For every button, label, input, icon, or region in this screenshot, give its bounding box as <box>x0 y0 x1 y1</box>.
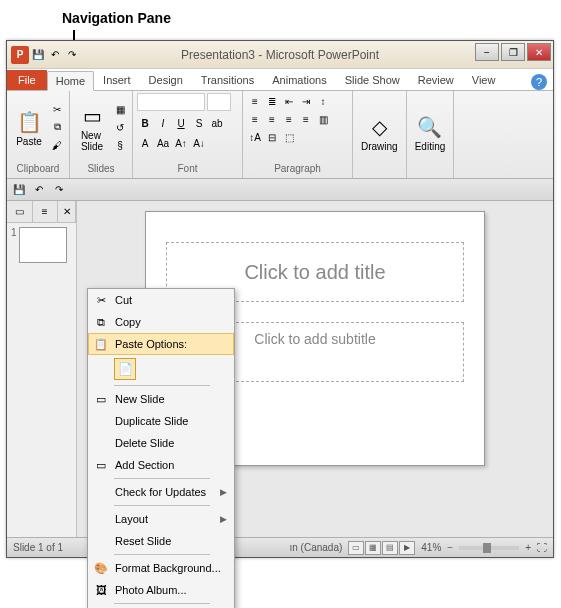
section-icon[interactable]: § <box>112 137 128 153</box>
paste-keep-formatting-icon[interactable]: 📄 <box>114 358 136 380</box>
menu-separator <box>114 505 210 506</box>
font-size-input[interactable] <box>207 93 231 111</box>
menu-new-slide[interactable]: ▭ New Slide <box>88 388 234 410</box>
align-left-icon[interactable]: ≡ <box>247 111 263 127</box>
paragraph-label: Paragraph <box>247 161 348 176</box>
paste-icon: 📋 <box>15 108 43 136</box>
menu-check-updates[interactable]: Check for Updates ▶ <box>88 481 234 503</box>
group-drawing: ◇ Drawing <box>353 91 407 178</box>
titlebar: P 💾 ↶ ↷ Presentation3 - Microsoft PowerP… <box>7 41 553 69</box>
tab-design[interactable]: Design <box>140 70 192 90</box>
thumbnail-list[interactable]: 1 <box>7 223 76 271</box>
reset-icon[interactable]: ↺ <box>112 119 128 135</box>
outline-tab[interactable]: ≡ <box>33 201 59 222</box>
annotation-nav-pane: Navigation Pane <box>62 10 171 26</box>
menu-paste-options[interactable]: 📋 Paste Options: <box>88 333 234 355</box>
save-icon-2[interactable]: 💾 <box>11 182 27 198</box>
new-slide-menu-icon: ▭ <box>93 391 109 407</box>
editing-button[interactable]: 🔍 Editing <box>411 111 450 154</box>
tab-insert[interactable]: Insert <box>94 70 140 90</box>
zoom-plus-icon[interactable]: + <box>525 542 531 553</box>
undo-icon[interactable]: ↶ <box>47 47 63 63</box>
menu-format-bg[interactable]: 🎨 Format Background... <box>88 557 234 579</box>
reading-view-icon[interactable]: ▤ <box>382 541 398 555</box>
menu-copy[interactable]: ⧉ Copy <box>88 311 234 333</box>
paste-button[interactable]: 📋 Paste <box>11 106 47 149</box>
menu-reset[interactable]: Reset Slide <box>88 530 234 552</box>
close-button[interactable]: ✕ <box>527 43 551 61</box>
context-menu: ✂ Cut ⧉ Copy 📋 Paste Options: 📄 ▭ New Sl… <box>87 288 235 608</box>
underline-icon[interactable]: U <box>173 115 189 131</box>
redo-icon-2[interactable]: ↷ <box>51 182 67 198</box>
normal-view-icon[interactable]: ▭ <box>348 541 364 555</box>
redo-icon[interactable]: ↷ <box>64 47 80 63</box>
minimize-button[interactable]: − <box>475 43 499 61</box>
decrease-indent-icon[interactable]: ⇤ <box>281 93 297 109</box>
find-icon: 🔍 <box>416 113 444 141</box>
fit-window-icon[interactable]: ⛶ <box>537 542 547 553</box>
tab-review[interactable]: Review <box>409 70 463 90</box>
line-spacing-icon[interactable]: ↕ <box>315 93 331 109</box>
numbering-icon[interactable]: ≣ <box>264 93 280 109</box>
increase-indent-icon[interactable]: ⇥ <box>298 93 314 109</box>
shadow-icon[interactable]: ab <box>209 115 225 131</box>
maximize-button[interactable]: ❐ <box>501 43 525 61</box>
align-right-icon[interactable]: ≡ <box>281 111 297 127</box>
layout-icon[interactable]: ▦ <box>112 101 128 117</box>
menu-delete-label: Delete Slide <box>115 437 174 449</box>
menu-layout[interactable]: Layout ▶ <box>88 508 234 530</box>
align-text-icon[interactable]: ⊟ <box>264 129 280 145</box>
columns-icon[interactable]: ▥ <box>315 111 331 127</box>
menu-reset-label: Reset Slide <box>115 535 171 547</box>
text-direction-icon[interactable]: ↕A <box>247 129 263 145</box>
slide-thumbnail[interactable] <box>19 227 67 263</box>
font-name-input[interactable] <box>137 93 205 111</box>
close-pane-icon[interactable]: ✕ <box>58 201 76 222</box>
chevron-right-icon: ▶ <box>220 487 227 497</box>
menu-delete[interactable]: Delete Slide <box>88 432 234 454</box>
tab-file[interactable]: File <box>7 70 47 90</box>
bold-icon[interactable]: B <box>137 115 153 131</box>
grow-font-icon[interactable]: A↑ <box>173 135 189 151</box>
shrink-font-icon[interactable]: A↓ <box>191 135 207 151</box>
tab-home[interactable]: Home <box>47 71 94 91</box>
italic-icon[interactable]: I <box>155 115 171 131</box>
drawing-button[interactable]: ◇ Drawing <box>357 111 402 154</box>
justify-icon[interactable]: ≡ <box>298 111 314 127</box>
bullets-icon[interactable]: ≡ <box>247 93 263 109</box>
help-icon[interactable]: ? <box>531 74 547 90</box>
cut-icon[interactable]: ✂ <box>49 101 65 117</box>
zoom-minus-icon[interactable]: − <box>447 542 453 553</box>
tab-animations[interactable]: Animations <box>263 70 335 90</box>
paste-label: Paste <box>16 136 42 147</box>
menu-cut[interactable]: ✂ Cut <box>88 289 234 311</box>
tab-transitions[interactable]: Transitions <box>192 70 263 90</box>
menu-copy-label: Copy <box>115 316 141 328</box>
zoom-slider[interactable] <box>459 546 519 550</box>
copy-icon[interactable]: ⧉ <box>49 119 65 135</box>
menu-photo-album[interactable]: 🖼 Photo Album... <box>88 579 234 601</box>
font-color-icon[interactable]: A <box>137 135 153 151</box>
format-painter-icon[interactable]: 🖌 <box>49 137 65 153</box>
menu-separator <box>114 554 210 555</box>
clipboard-label: Clipboard <box>11 161 65 176</box>
menu-duplicate[interactable]: Duplicate Slide <box>88 410 234 432</box>
new-slide-button[interactable]: ▭ New Slide <box>74 100 110 154</box>
smartart-icon[interactable]: ⬚ <box>281 129 297 145</box>
strike-icon[interactable]: S <box>191 115 207 131</box>
tab-view[interactable]: View <box>463 70 505 90</box>
sorter-view-icon[interactable]: ▦ <box>365 541 381 555</box>
language[interactable]: ın (Canada) <box>289 542 342 553</box>
save-icon[interactable]: 💾 <box>30 47 46 63</box>
app-icon: P <box>11 46 29 64</box>
menu-add-section[interactable]: ▭ Add Section <box>88 454 234 476</box>
undo-icon-2[interactable]: ↶ <box>31 182 47 198</box>
align-center-icon[interactable]: ≡ <box>264 111 280 127</box>
highlight-icon[interactable]: Aa <box>155 135 171 151</box>
ribbon: 📋 Paste ✂ ⧉ 🖌 Clipboard ▭ New Slide ▦ <box>7 91 553 179</box>
slides-tab[interactable]: ▭ <box>7 201 33 222</box>
tab-slideshow[interactable]: Slide Show <box>336 70 409 90</box>
menu-format-bg-label: Format Background... <box>115 562 221 574</box>
zoom-label[interactable]: 41% <box>421 542 441 553</box>
slideshow-view-icon[interactable]: ▶ <box>399 541 415 555</box>
